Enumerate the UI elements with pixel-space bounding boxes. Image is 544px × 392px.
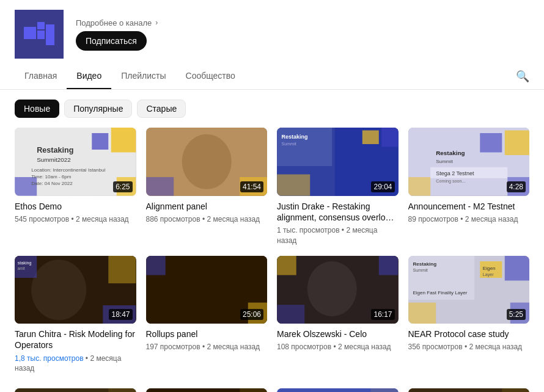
svg-point-15: [182, 134, 231, 189]
svg-rect-61: [504, 256, 529, 281]
video-title: Alignment panel: [146, 201, 268, 212]
partial-thumbnail[interactable]: [146, 388, 268, 392]
video-meta: Alignment panel 886 просмотров • 2 месяц…: [146, 196, 268, 225]
video-title: Tarun Chitra - Risk Modeling for Operato…: [15, 328, 136, 350]
svg-rect-76: [240, 388, 267, 392]
tab-community[interactable]: Сообщество: [176, 64, 245, 89]
bottom-row: [0, 388, 544, 392]
video-meta: Tarun Chitra - Risk Modeling for Operato…: [15, 324, 136, 374]
svg-rect-43: [108, 256, 136, 283]
svg-text:Summit2022: Summit2022: [37, 156, 71, 163]
video-stats: 89 просмотров • 2 месяца назад: [408, 214, 530, 225]
svg-text:Summit: Summit: [281, 141, 296, 147]
view-count: 545 просмотров: [15, 215, 69, 223]
duration-badge: 25:06: [240, 309, 263, 320]
video-card[interactable]: Restaking Summit Eigen Layer Eigen Fast …: [408, 256, 530, 374]
video-title: Ethos Demo: [15, 201, 136, 212]
thumbnail: Restaking Summit 29:04: [277, 128, 399, 196]
video-meta: Justin Drake - Restaking alignment, cons…: [277, 196, 399, 246]
chip-popular[interactable]: Популярные: [64, 100, 132, 118]
svg-rect-0: [24, 27, 36, 39]
svg-text:Coming soon...: Coming soon...: [436, 178, 465, 184]
svg-text:Restaking: Restaking: [37, 146, 73, 154]
svg-rect-29: [504, 131, 529, 156]
video-stats: 108 просмотров • 2 месяца назад: [277, 342, 399, 352]
video-card[interactable]: staking amit 18:47 Tarun Chitra - Risk M…: [15, 256, 136, 374]
duration-badge: 18:47: [109, 309, 132, 320]
thumbnail: Restaking Summit Stega 2 Testnet Coming …: [408, 128, 530, 196]
video-card[interactable]: 41:54 Alignment panel 886 просмотров • 2…: [146, 128, 268, 246]
channel-nav: Главная Видео Плейлисты Сообщество 🔍: [0, 64, 544, 90]
svg-text:Location: Intercontinental Ist: Location: Intercontinental Istanbul: [31, 167, 105, 173]
video-title: Rollups panel: [146, 328, 268, 339]
channel-logo: [15, 10, 64, 59]
duration-badge: 5:25: [507, 309, 526, 320]
svg-text:amit: amit: [18, 266, 25, 270]
partial-thumbnail[interactable]: [277, 388, 399, 392]
views-link[interactable]: 1,8 тыс. просмотров: [15, 354, 84, 363]
svg-rect-5: [92, 133, 108, 150]
svg-text:Time: 10am - 6pm: Time: 10am - 6pm: [31, 174, 72, 180]
svg-text:staking: staking: [18, 260, 32, 265]
svg-rect-24: [362, 131, 379, 145]
video-stats: 197 просмотров • 2 месяца назад: [146, 342, 268, 352]
thumbnail: staking amit 18:47: [15, 256, 136, 324]
video-card[interactable]: Restaking Summit Stega 2 Testnet Coming …: [408, 128, 530, 246]
video-card[interactable]: 16:17 Marek Olszewski - Celo 108 просмот…: [277, 256, 399, 374]
svg-rect-2: [37, 31, 45, 39]
video-meta: Marek Olszewski - Celo 108 просмотров • …: [277, 324, 399, 352]
view-count: 108 просмотров: [277, 343, 331, 351]
channel-header: Подробнее о канале › Подписаться: [0, 0, 544, 64]
svg-text:Layer: Layer: [482, 272, 494, 277]
svg-text:Restaking: Restaking: [436, 150, 465, 156]
svg-text:Eigen: Eigen: [482, 265, 495, 270]
svg-rect-17: [146, 177, 174, 196]
video-stats: 1 тыс. просмотров • 2 месяца назад: [277, 225, 399, 246]
partial-thumbnail[interactable]: [408, 388, 530, 392]
svg-text:Restaking: Restaking: [281, 134, 307, 140]
video-card[interactable]: Restaking Summit 29:04 Justin Drake - Re…: [277, 128, 399, 246]
subscribe-button[interactable]: Подписаться: [76, 31, 147, 51]
video-card[interactable]: Restaking Summit2022 Location: Intercont…: [15, 128, 136, 246]
partial-thumbnail[interactable]: [15, 388, 136, 392]
channel-info: Подробнее о канале › Подписаться: [76, 18, 158, 51]
video-stats: 545 просмотров • 2 месяца назад: [15, 214, 136, 225]
svg-text:Eigen Fast Finality Layer: Eigen Fast Finality Layer: [413, 290, 467, 296]
svg-rect-26: [277, 175, 310, 196]
search-icon[interactable]: 🔍: [516, 70, 529, 83]
thumbnail: Restaking Summit Eigen Layer Eigen Fast …: [408, 256, 530, 324]
channel-description-link[interactable]: Подробнее о канале: [76, 18, 152, 27]
chip-new[interactable]: Новые: [15, 100, 59, 118]
view-count: 89 просмотров: [408, 215, 458, 223]
video-meta: Ethos Demo 545 просмотров • 2 месяца наз…: [15, 196, 136, 225]
svg-text:Summit: Summit: [413, 267, 427, 273]
upload-age: 2 месяца назад: [465, 215, 518, 223]
video-grid: Restaking Summit2022 Location: Intercont…: [0, 128, 544, 388]
svg-rect-3: [46, 24, 54, 45]
svg-rect-53: [277, 256, 296, 275]
video-meta: Rollups panel 197 просмотров • 2 месяца …: [146, 324, 268, 352]
svg-point-38: [31, 260, 86, 320]
view-count: 886 просмотров: [146, 215, 200, 223]
duration-badge: 16:17: [371, 309, 394, 320]
thumbnail: Restaking Summit2022 Location: Intercont…: [15, 128, 136, 196]
tab-home[interactable]: Главная: [15, 64, 67, 89]
upload-age: 2 месяца назад: [469, 343, 522, 351]
svg-text:Summit: Summit: [436, 159, 453, 164]
upload-age: 2 месяца назад: [207, 215, 260, 223]
svg-text:Date: 04 Nov 2022: Date: 04 Nov 2022: [31, 181, 73, 186]
chevron-right-icon[interactable]: ›: [155, 18, 158, 27]
view-count: 1 тыс. просмотров: [277, 226, 340, 234]
video-stats: 356 просмотров • 2 месяца назад: [408, 342, 530, 352]
view-count: 356 просмотров: [408, 343, 463, 351]
svg-rect-28: [480, 133, 502, 153]
video-title: Announcement - M2 Testnet: [408, 201, 530, 212]
chip-old[interactable]: Старые: [137, 100, 186, 118]
svg-rect-81: [370, 388, 398, 392]
tab-playlists[interactable]: Плейлисты: [111, 64, 175, 89]
tab-videos[interactable]: Видео: [67, 64, 111, 89]
upload-age: 2 месяца назад: [338, 343, 391, 351]
video-card[interactable]: 25:06 Rollups panel 197 просмотров • 2 м…: [146, 256, 268, 374]
svg-rect-1: [37, 22, 45, 29]
svg-rect-71: [108, 388, 136, 392]
